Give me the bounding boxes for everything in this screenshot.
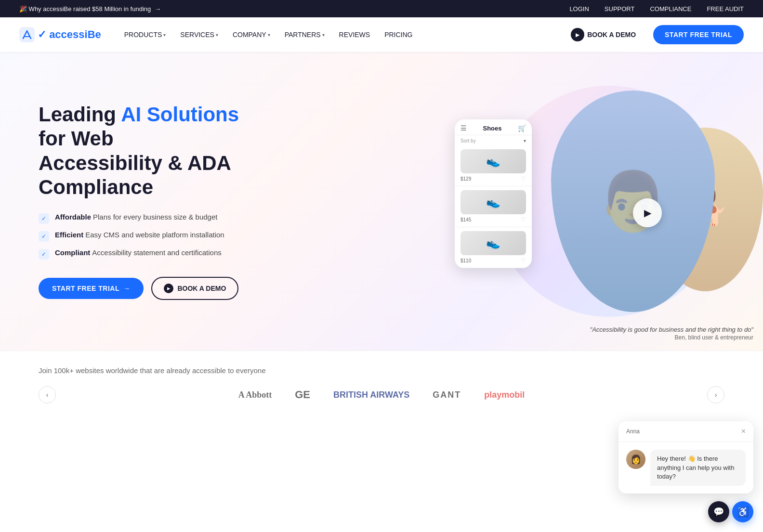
hero-visual: ☰ Shoes 🛒 Sort by ▾ 👟 $129 ♡ 👟 $145 ♡	[426, 52, 763, 350]
feature-efficient: ✓ EfficientEasy CMS and website platform…	[39, 231, 241, 242]
phone-title: Shoes	[483, 125, 501, 132]
logo-icon	[19, 27, 35, 42]
nav-products[interactable]: PRODUCTS ▾	[118, 27, 172, 42]
partners-section: Join 100k+ websites worldwide that are a…	[0, 350, 763, 419]
top-banner: 🎉 Why accessiBe raised $58 Million in fu…	[0, 0, 763, 17]
arrow-right-icon: →	[123, 285, 131, 292]
check-icon: ✓	[39, 231, 49, 242]
logo[interactable]: ✓ accessiBe	[19, 27, 101, 42]
partner-abbott: A Abbott	[238, 390, 272, 400]
menu-icon: ☰	[460, 124, 467, 132]
carousel-prev-button[interactable]: ‹	[39, 386, 56, 403]
logo-text: ✓ accessiBe	[38, 28, 101, 41]
quote-author: Ben, blind user & entrepreneur	[590, 334, 753, 341]
phone-mockup: ☰ Shoes 🛒 Sort by ▾ 👟 $129 ♡ 👟 $145 ♡	[455, 119, 532, 268]
shoe-item-2: 👟 $145 ♡	[455, 186, 532, 227]
heart-icon: ♡	[521, 257, 526, 264]
features-list: ✓ AffordablePlans for every business siz…	[39, 213, 241, 260]
shoe-item-3: 👟 $110 ♡	[455, 227, 532, 268]
cart-icon: 🛒	[518, 124, 526, 132]
nav-partners[interactable]: PARTNERS ▾	[279, 27, 330, 42]
play-icon: ▶	[644, 207, 651, 219]
book-demo-button[interactable]: ▶ BOOK A DEMO	[561, 23, 645, 46]
start-trial-button[interactable]: START FREE TRIAL	[653, 25, 744, 44]
login-link[interactable]: LOGIN	[569, 5, 589, 13]
chevron-down-icon: ▾	[216, 32, 218, 38]
banner-arrow: →	[155, 5, 161, 13]
carousel-next-button[interactable]: ›	[707, 386, 724, 403]
partner-ge: GE	[295, 389, 310, 401]
hero-section: Leading AI Solutions for Web Accessibili…	[0, 52, 763, 350]
banner-nav: LOGIN SUPPORT COMPLIANCE FREE AUDIT	[569, 5, 744, 13]
video-play-button[interactable]: ▶	[633, 198, 662, 227]
hero-title: Leading AI Solutions for Web Accessibili…	[39, 103, 241, 200]
partner-british-airways: BRITISH AIRWAYS	[333, 390, 409, 400]
partner-gant: GANT	[433, 390, 461, 400]
nav-pricing[interactable]: PRICING	[379, 27, 418, 42]
play-icon: ▶	[571, 28, 584, 41]
heart-icon: ♡	[521, 175, 526, 182]
heart-icon: ♡	[521, 216, 526, 223]
hero-buttons: START FREE TRIAL → ▶ BOOK A DEMO	[39, 277, 241, 300]
navbar: ✓ accessiBe PRODUCTS ▾ SERVICES ▾ COMPAN…	[0, 17, 763, 52]
chevron-down-icon: ▾	[322, 32, 325, 38]
partners-carousel: ‹ A Abbott GE BRITISH AIRWAYS GANT playm…	[39, 386, 724, 403]
compliance-link[interactable]: COMPLIANCE	[650, 5, 691, 13]
testimonial: "Accessibility is good for business and …	[590, 326, 753, 341]
svg-rect-0	[19, 27, 35, 42]
nav-links: PRODUCTS ▾ SERVICES ▾ COMPANY ▾ PARTNERS…	[118, 27, 561, 42]
chevron-down-icon: ▾	[163, 32, 166, 38]
partner-logos: A Abbott GE BRITISH AIRWAYS GANT playmob…	[56, 389, 707, 401]
support-link[interactable]: SUPPORT	[605, 5, 635, 13]
hero-content: Leading AI Solutions for Web Accessibili…	[0, 64, 260, 339]
feature-compliant: ✓ CompliantAccessibility statement and c…	[39, 248, 241, 260]
banner-text: 🎉 Why accessiBe raised $58 Million in fu…	[19, 5, 151, 13]
sort-label: Sort by	[460, 138, 476, 143]
nav-services[interactable]: SERVICES ▾	[174, 27, 224, 42]
banner-announcement[interactable]: 🎉 Why accessiBe raised $58 Million in fu…	[19, 5, 161, 13]
partner-playmobil: playmobil	[484, 390, 525, 400]
free-audit-link[interactable]: FREE AUDIT	[707, 5, 744, 13]
shoe-item-1: 👟 $129 ♡	[455, 145, 532, 186]
hero-trial-button[interactable]: START FREE TRIAL →	[39, 278, 144, 299]
nav-right: ▶ BOOK A DEMO START FREE TRIAL	[561, 23, 744, 46]
nav-company[interactable]: COMPANY ▾	[227, 27, 276, 42]
play-icon: ▶	[164, 284, 173, 293]
nav-reviews[interactable]: REVIEWS	[333, 27, 376, 42]
hero-demo-button[interactable]: ▶ BOOK A DEMO	[151, 277, 238, 300]
feature-affordable: ✓ AffordablePlans for every business siz…	[39, 213, 241, 224]
check-icon: ✓	[39, 249, 49, 260]
chevron-down-icon: ▾	[268, 32, 270, 38]
partners-title: Join 100k+ websites worldwide that are a…	[39, 366, 724, 375]
check-icon: ✓	[39, 213, 49, 224]
quote-text: "Accessibility is good for business and …	[590, 326, 753, 333]
